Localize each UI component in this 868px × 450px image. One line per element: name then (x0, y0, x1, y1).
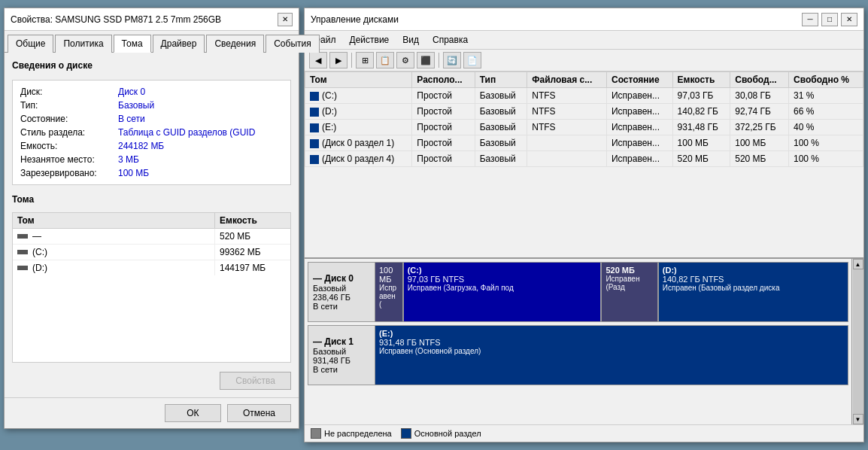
dialog-title: Свойства: SAMSUNG SSD PM871 2.5 7mm 256G… (11, 14, 221, 25)
table-cell: (Диск 0 раздел 1) (305, 135, 412, 151)
back-button[interactable]: ◀ (309, 52, 327, 68)
table-cell: (Диск 0 раздел 4) (305, 151, 412, 167)
disk-label: — Диск 0 Базовый 238,46 ГБ В сети (308, 262, 375, 322)
table-cell: Исправен... (606, 104, 672, 120)
table-header-cell[interactable]: Тип (475, 72, 527, 88)
scroll-up-button[interactable]: ▲ (853, 259, 863, 269)
vol-size: 520 МБ (215, 229, 290, 244)
table-row[interactable]: (D:)ПростойБазовыйNTFSИсправен...140,82 … (305, 104, 863, 120)
minimize-button[interactable]: ─ (802, 13, 818, 26)
table-header-cell[interactable]: Состояние (606, 72, 672, 88)
maximize-button[interactable]: □ (821, 13, 838, 26)
table-row[interactable]: (Диск 0 раздел 1)ПростойБазовыйИсправен.… (305, 135, 863, 151)
info-row: Емкость:244182 МБ (20, 141, 283, 151)
vol-indicator (310, 139, 319, 148)
legend-item: Не распределена (311, 428, 392, 439)
properties-dialog: Свойства: SAMSUNG SSD PM871 2.5 7mm 256G… (4, 8, 299, 429)
menu-item-вид[interactable]: Вид (396, 32, 425, 47)
table-cell: Простой (412, 104, 475, 120)
toolbar-btn-5[interactable]: 🔄 (443, 52, 461, 68)
legend-color-box (401, 428, 411, 439)
table-cell: NTFS (527, 120, 607, 135)
table-cell: (C:) (305, 88, 412, 104)
partition[interactable]: (D:) 140,82 ГБ NTFS Исправен (Базовый ра… (659, 263, 848, 321)
close-button-dm[interactable]: ✕ (841, 13, 857, 26)
close-button[interactable]: ✕ (278, 13, 293, 26)
info-key: Незанятое место: (20, 154, 118, 165)
list-item[interactable]: (D:) 144197 МБ (13, 260, 290, 275)
table-cell: NTFS (527, 104, 607, 120)
disk-scrollbar[interactable]: ▲ ▼ (851, 259, 863, 424)
info-key: Емкость: (20, 141, 118, 151)
dm-toolbar: ◀ ▶ ⊞ 📋 ⚙ ⬛ 🔄 📄 (305, 50, 863, 71)
tab-драйвер[interactable]: Драйвер (153, 35, 205, 53)
table-header-cell[interactable]: Свобод... (730, 72, 789, 88)
table-row[interactable]: (C:)ПростойБазовыйNTFSИсправен...97,03 Г… (305, 88, 863, 104)
disk-row: — Диск 0 Базовый 238,46 ГБ В сети 100 МБ… (308, 262, 848, 322)
list-item[interactable]: — 520 МБ (13, 229, 290, 245)
volumes-col-size: Емкость (215, 213, 290, 228)
tab-тома[interactable]: Тома (114, 35, 151, 53)
partition-size: 931,48 ГБ NTFS (379, 338, 844, 347)
list-item[interactable]: (C:) 99362 МБ (13, 245, 290, 260)
legend-label: Основной раздел (414, 429, 481, 438)
info-row: Зарезервировано:100 МБ (20, 168, 283, 178)
info-val: В сети (118, 114, 145, 124)
info-val: 244182 МБ (118, 141, 164, 151)
forward-button[interactable]: ▶ (329, 52, 348, 68)
table-header-cell[interactable]: Располо... (412, 72, 475, 88)
info-key: Состояние: (20, 114, 118, 124)
table-header-cell[interactable]: Том (305, 72, 412, 88)
table-cell: Простой (412, 135, 475, 151)
disk-partitions: 100 МБ Исправен ( (C:) 97,03 ГБ NTFS Исп… (375, 262, 848, 322)
partition-name: 520 МБ (605, 266, 653, 275)
volumes-table-header: Том Емкость (13, 213, 290, 229)
tab-сведения[interactable]: Сведения (206, 35, 264, 53)
partition[interactable]: 100 МБ Исправен ( (375, 263, 404, 321)
volumes-table: ТомРасполо...ТипФайловая с...СостояниеЕм… (305, 71, 863, 167)
tab-общие[interactable]: Общие (8, 35, 53, 53)
toolbar-btn-2[interactable]: 📋 (376, 52, 394, 68)
menu-item-справка[interactable]: Справка (426, 32, 474, 47)
table-cell: Исправен... (606, 151, 672, 167)
table-cell: 100 МБ (672, 135, 730, 151)
table-header-cell[interactable]: Емкость (672, 72, 730, 88)
toolbar-btn-1[interactable]: ⊞ (356, 52, 374, 68)
table-cell: Исправен... (606, 135, 672, 151)
info-key: Стиль раздела: (20, 127, 118, 138)
table-cell: Простой (412, 88, 475, 104)
dm-table-area[interactable]: ТомРасполо...ТипФайловая с...СостояниеЕм… (305, 71, 863, 259)
properties-button[interactable]: Свойства (220, 372, 291, 390)
partition[interactable]: (C:) 97,03 ГБ NTFS Исправен (Загрузка, Ф… (404, 263, 602, 321)
table-row[interactable]: (Диск 0 раздел 4)ПростойБазовыйИсправен.… (305, 151, 863, 167)
table-cell: Простой (412, 120, 475, 135)
table-header-cell[interactable]: Файловая с... (527, 72, 607, 88)
menu-item-действие[interactable]: Действие (344, 32, 396, 47)
tab-политика[interactable]: Политика (55, 35, 111, 53)
scroll-track[interactable] (853, 269, 863, 414)
tab-события[interactable]: События (266, 35, 320, 53)
table-cell: Базовый (475, 88, 527, 104)
info-row: Тип:Базовый (20, 100, 283, 111)
legend-color-box (311, 428, 321, 439)
info-key: Зарезервировано: (20, 168, 118, 178)
partition[interactable]: (E:) 931,48 ГБ NTFS Исправен (Основной р… (375, 326, 848, 385)
table-header-cell[interactable]: Свободно % (789, 72, 863, 88)
table-cell (527, 135, 607, 151)
ok-button[interactable]: ОК (165, 404, 221, 422)
table-header-row: ТомРасполо...ТипФайловая с...СостояниеЕм… (305, 72, 863, 88)
table-cell: 66 % (789, 104, 863, 120)
cancel-button[interactable]: Отмена (227, 404, 291, 422)
info-row: Диск:Диск 0 (20, 87, 283, 97)
disk-management-window: Управление дисками ─ □ ✕ ФайлДействиеВид… (304, 8, 864, 442)
scroll-down-button[interactable]: ▼ (853, 414, 863, 424)
table-cell: NTFS (527, 88, 607, 104)
partition[interactable]: 520 МБ Исправен (Разд (602, 263, 658, 321)
toolbar-btn-4[interactable]: ⬛ (417, 52, 435, 68)
toolbar-btn-6[interactable]: 📄 (463, 52, 481, 68)
toolbar-btn-3[interactable]: ⚙ (396, 52, 414, 68)
dm-menubar: ФайлДействиеВидСправка (305, 31, 863, 50)
disk-label: — Диск 1 Базовый 931,48 ГБ В сети (308, 325, 375, 385)
table-row[interactable]: (E:)ПростойБазовыйNTFSИсправен...931,48 … (305, 120, 863, 135)
info-row: Незанятое место:3 МБ (20, 154, 283, 165)
